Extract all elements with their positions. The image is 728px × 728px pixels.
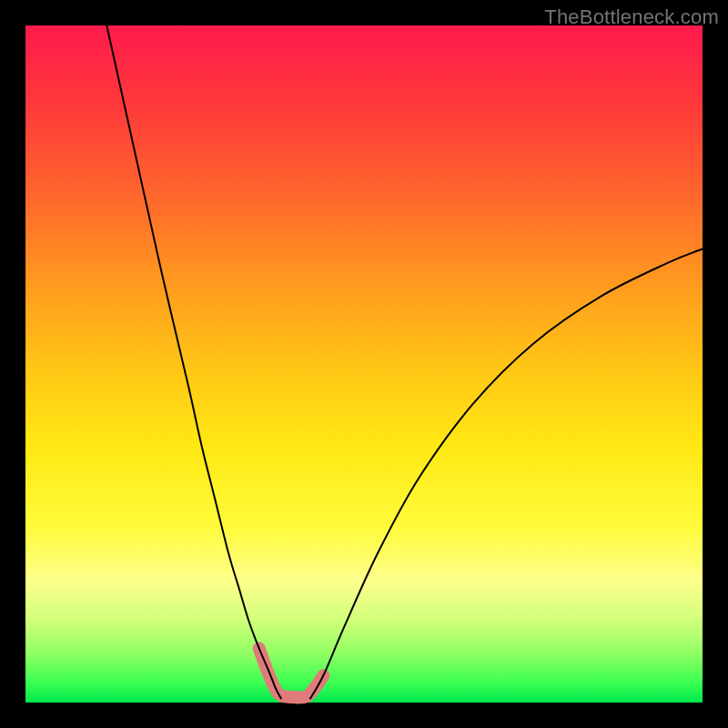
curve-left-branch	[106, 25, 281, 699]
watermark-text: TheBottleneck.com	[544, 5, 719, 29]
curve-right-branch	[309, 249, 703, 700]
plot-area	[25, 25, 703, 703]
chart-frame: TheBottleneck.com	[0, 0, 728, 728]
curve-layer	[25, 25, 703, 703]
